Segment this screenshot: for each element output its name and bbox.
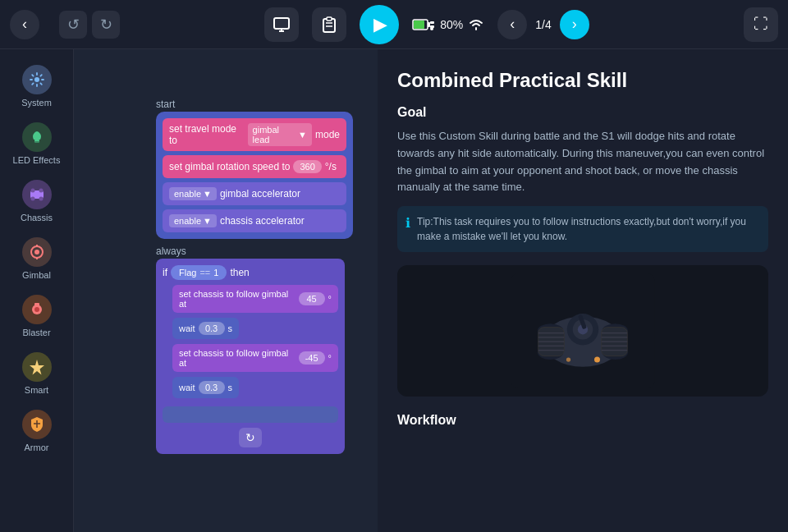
enable-chassis-block[interactable]: enable ▼ chassis accelerator bbox=[163, 209, 346, 232]
svg-rect-10 bbox=[430, 21, 434, 24]
page-indicator: 1/4 bbox=[535, 18, 551, 31]
battery-percent: 80% bbox=[440, 18, 463, 31]
blocks-canvas: start set travel mode to gimbal lead ▼ m… bbox=[156, 99, 353, 454]
wait1-block[interactable]: wait 0.3 s bbox=[172, 318, 239, 339]
wait2-block[interactable]: wait 0.3 s bbox=[172, 377, 239, 398]
blocks-area: start set travel mode to gimbal lead ▼ m… bbox=[74, 49, 378, 532]
sidebar-item-smart[interactable]: Smart bbox=[4, 345, 70, 402]
robot-image bbox=[397, 265, 768, 397]
next-page-button[interactable]: › bbox=[560, 10, 589, 39]
right-panel: Combined Practical Skill Goal Use this C… bbox=[378, 49, 788, 532]
svg-point-18 bbox=[30, 197, 34, 201]
sidebar-item-chassis[interactable]: Chassis bbox=[4, 172, 70, 230]
smart-icon bbox=[22, 352, 52, 382]
always-label: always bbox=[156, 245, 353, 257]
enable1-select[interactable]: enable ▼ bbox=[169, 187, 217, 200]
wait1-value[interactable]: 0.3 bbox=[199, 322, 225, 335]
goal-text: Use this Custom Skill during battle and … bbox=[397, 128, 768, 196]
svg-rect-4 bbox=[327, 17, 332, 21]
prev-page-button[interactable]: ‹ bbox=[497, 10, 527, 39]
tip-icon: ℹ bbox=[405, 215, 410, 244]
wait2-value[interactable]: 0.3 bbox=[199, 381, 225, 394]
svg-point-53 bbox=[566, 358, 570, 362]
sidebar-label-led: LED Effects bbox=[13, 155, 61, 165]
battery-area: 80% bbox=[412, 17, 484, 32]
svg-marker-29 bbox=[30, 360, 44, 375]
sidebar-label-smart: Smart bbox=[25, 385, 48, 395]
gimbal-icon bbox=[22, 237, 52, 267]
bottom-bar bbox=[163, 406, 338, 423]
enable-gimbal-block[interactable]: enable ▼ gimbal accelerator bbox=[163, 182, 346, 205]
battery-truck-icon bbox=[412, 17, 435, 32]
nav-area: ‹ 1/4 › bbox=[497, 10, 589, 39]
sidebar-item-blaster[interactable]: Blaster bbox=[4, 287, 70, 345]
topbar-actions: ↺ ↻ bbox=[59, 11, 120, 39]
sidebar-item-gimbal[interactable]: Gimbal bbox=[4, 230, 70, 287]
follow1-value[interactable]: 45 bbox=[299, 292, 325, 305]
svg-point-12 bbox=[430, 27, 433, 30]
rotation-value[interactable]: 360 bbox=[293, 160, 321, 173]
monitor-button[interactable] bbox=[264, 7, 299, 42]
sidebar-label-armor: Armor bbox=[25, 443, 49, 452]
always-block: if Flag == 1 then set chassis to follow … bbox=[156, 259, 345, 454]
follow2-value[interactable]: -45 bbox=[299, 351, 325, 365]
tip-text: Tip:This task requires you to follow ins… bbox=[417, 214, 760, 244]
fullscreen-icon: ⛶ bbox=[754, 16, 768, 33]
clipboard-icon bbox=[321, 16, 337, 34]
blaster-icon bbox=[22, 295, 52, 324]
back-button[interactable]: ‹ bbox=[10, 10, 39, 39]
repeat-button[interactable]: ↻ bbox=[239, 428, 262, 447]
sidebar-label-gimbal: Gimbal bbox=[22, 270, 51, 280]
travel-mode-block[interactable]: set travel mode to gimbal lead ▼ mode bbox=[163, 118, 346, 151]
main-block-group: set travel mode to gimbal lead ▼ mode se… bbox=[156, 112, 353, 239]
svg-rect-8 bbox=[414, 21, 424, 29]
tip-box: ℹ Tip:This task requires you to follow i… bbox=[397, 206, 768, 252]
workflow-heading: Workflow bbox=[397, 413, 768, 428]
sidebar-label-chassis: Chassis bbox=[21, 213, 53, 222]
svg-point-21 bbox=[39, 189, 43, 193]
topbar-center: ▶ 80% ‹ 1/4 › bbox=[120, 5, 734, 44]
goal-heading: Goal bbox=[397, 105, 768, 120]
undo-icon: ↺ bbox=[67, 16, 80, 34]
panel-title: Combined Practical Skill bbox=[397, 69, 768, 92]
system-icon bbox=[22, 65, 52, 94]
svg-rect-9 bbox=[428, 22, 430, 27]
sidebar-label-blaster: Blaster bbox=[22, 328, 50, 337]
undo-button[interactable]: ↺ bbox=[59, 11, 87, 39]
svg-point-23 bbox=[34, 250, 39, 255]
led-icon bbox=[22, 122, 52, 152]
follow-neg45-block[interactable]: set chassis to follow gimbal at -45 ° bbox=[172, 344, 338, 372]
wifi-icon bbox=[468, 18, 484, 31]
enable2-select[interactable]: enable ▼ bbox=[169, 214, 217, 227]
svg-point-19 bbox=[39, 197, 43, 201]
chassis-icon bbox=[22, 180, 52, 209]
sidebar-item-system[interactable]: System bbox=[4, 57, 70, 115]
armor-icon bbox=[22, 410, 52, 439]
svg-rect-28 bbox=[34, 303, 39, 306]
svg-point-27 bbox=[34, 307, 39, 312]
clipboard-button[interactable] bbox=[312, 7, 346, 42]
svg-point-20 bbox=[30, 189, 34, 193]
sidebar: System LED Effects bbox=[0, 49, 74, 532]
redo-button[interactable]: ↻ bbox=[92, 11, 120, 39]
svg-point-14 bbox=[34, 77, 39, 82]
gimbal-lead-select[interactable]: gimbal lead ▼ bbox=[248, 123, 312, 146]
if-row: if Flag == 1 then bbox=[163, 265, 338, 280]
sidebar-label-system: System bbox=[21, 98, 52, 108]
flag-oval[interactable]: Flag == 1 bbox=[171, 265, 227, 280]
redo-icon: ↻ bbox=[100, 16, 112, 34]
sidebar-item-armor[interactable]: Armor bbox=[4, 402, 70, 460]
robot-illustration bbox=[509, 273, 657, 388]
sidebar-item-led-effects[interactable]: LED Effects bbox=[4, 115, 70, 172]
fullscreen-button[interactable]: ⛶ bbox=[744, 7, 778, 42]
back-icon: ‹ bbox=[22, 16, 27, 33]
monitor-icon bbox=[273, 16, 291, 34]
svg-point-52 bbox=[594, 357, 600, 363]
svg-rect-0 bbox=[274, 18, 289, 29]
topbar: ‹ ↺ ↻ ▶ bbox=[0, 0, 788, 49]
follow-45-block[interactable]: set chassis to follow gimbal at 45 ° bbox=[172, 285, 338, 313]
main-content: System LED Effects bbox=[0, 49, 788, 532]
start-label: start bbox=[156, 99, 353, 110]
play-button[interactable]: ▶ bbox=[360, 5, 399, 44]
rotation-speed-block[interactable]: set gimbal rotation speed to 360 °/s bbox=[163, 155, 346, 178]
